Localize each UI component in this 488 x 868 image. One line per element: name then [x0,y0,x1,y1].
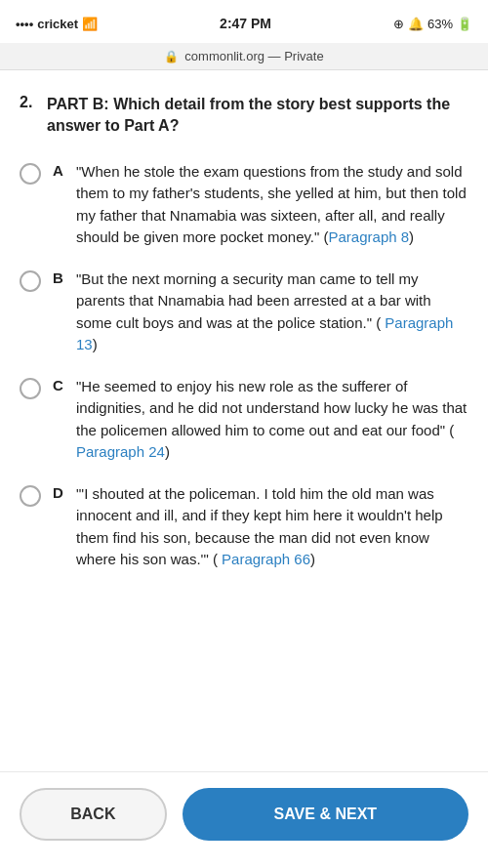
signal-bars-icon: •••• [16,17,33,31]
option-text-b: "But the next morning a security man cam… [76,269,468,356]
battery-percentage: 63% [427,17,453,31]
radio-option-a[interactable] [20,163,41,185]
bottom-spacer [20,610,468,708]
paragraph-link-c[interactable]: Paragraph 24 [76,443,165,460]
url-text: commonlit.org — Private [184,49,323,63]
save-next-button[interactable]: SAVE & NEXT [183,788,468,841]
lock-icon: 🔒 [164,50,179,63]
question-number: 2. [20,94,39,138]
carrier-label: cricket [37,17,78,31]
radio-option-d[interactable] [20,485,41,507]
content-area: 2. PART B: Which detail from the story b… [0,70,488,727]
option-letter-a: A [53,162,68,179]
wifi-icon: 📶 [82,17,98,31]
status-right: ⊕ 🔔 63% 🔋 [393,17,472,31]
status-left: •••• cricket 📶 [16,17,98,31]
option-letter-c: C [53,377,68,393]
question-text: PART B: Which detail from the story best… [47,94,468,138]
option-text-d: "'I shouted at the policeman. I told him… [76,483,468,571]
url-bar[interactable]: 🔒 commonlit.org — Private [0,43,488,70]
list-item: B "But the next morning a security man c… [20,269,468,356]
location-icon: ⊕ [393,17,404,31]
status-bar: •••• cricket 📶 2:47 PM ⊕ 🔔 63% 🔋 [0,0,488,43]
alarm-icon: 🔔 [408,17,424,31]
list-item: D "'I shouted at the policeman. I told h… [20,483,468,571]
option-text-a: "When he stole the exam questions from t… [76,161,468,249]
battery-icon: 🔋 [457,17,472,31]
question-block: 2. PART B: Which detail from the story b… [20,94,468,138]
radio-option-c[interactable] [20,378,41,399]
status-time: 2:47 PM [220,16,271,31]
options-list: A "When he stole the exam questions from… [20,161,468,571]
option-text-c: "He seemed to enjoy his new role as the … [76,376,468,464]
back-button[interactable]: BACK [20,788,167,841]
paragraph-link-b[interactable]: Paragraph 13 [76,314,453,353]
bottom-bar: BACK SAVE & NEXT [0,771,488,868]
list-item: C "He seemed to enjoy his new role as th… [20,376,468,464]
radio-option-b[interactable] [20,270,41,292]
option-letter-b: B [53,269,68,286]
option-letter-d: D [53,484,68,501]
paragraph-link-a[interactable]: Paragraph 8 [329,228,410,245]
list-item: A "When he stole the exam questions from… [20,161,468,249]
paragraph-link-d[interactable]: Paragraph 66 [222,551,310,567]
